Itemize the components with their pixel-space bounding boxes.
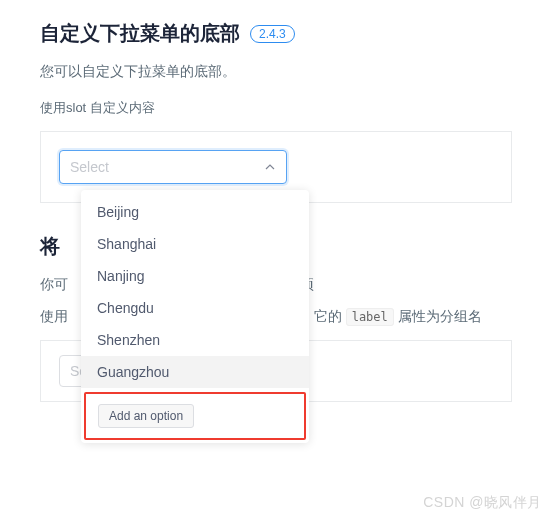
dropdown-option[interactable]: Guangzhou: [81, 356, 309, 388]
demo-container: Select BeijingShanghaiNanjingChengduShen…: [40, 131, 512, 203]
dropdown-panel: BeijingShanghaiNanjingChengduShenzhenGua…: [81, 190, 309, 443]
chevron-up-icon: [264, 161, 276, 173]
dropdown-option[interactable]: Beijing: [81, 196, 309, 228]
section-description: 您可以自定义下拉菜单的底部。: [40, 63, 512, 81]
select-placeholder: Select: [70, 159, 109, 175]
watermark: CSDN @晓风伴月: [423, 494, 542, 512]
dropdown-option[interactable]: Chengdu: [81, 292, 309, 324]
section-title-text: 自定义下拉菜单的底部: [40, 20, 240, 47]
label-code-tag: label: [346, 308, 394, 326]
dropdown-option[interactable]: Nanjing: [81, 260, 309, 292]
select-control[interactable]: Select: [59, 150, 287, 184]
section2-title-text: 将: [40, 233, 60, 260]
dropdown-footer: Add an option: [84, 392, 306, 440]
version-badge: 2.4.3: [250, 25, 295, 43]
dropdown-option[interactable]: Shenzhen: [81, 324, 309, 356]
dropdown-option[interactable]: Shanghai: [81, 228, 309, 260]
add-option-button[interactable]: Add an option: [98, 404, 194, 428]
select-wrapper: Select BeijingShanghaiNanjingChengduShen…: [59, 150, 287, 184]
section-sub-description: 使用slot 自定义内容: [40, 99, 512, 117]
section-title: 自定义下拉菜单的底部 2.4.3: [40, 20, 512, 47]
